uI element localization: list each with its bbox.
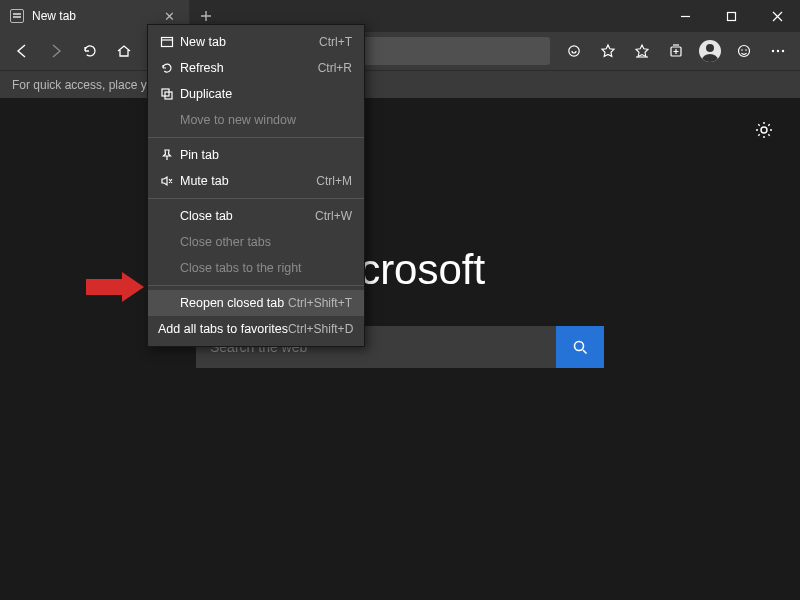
menu-separator: [148, 198, 364, 199]
minimize-button[interactable]: [662, 0, 708, 32]
refresh-button[interactable]: [74, 35, 106, 67]
close-window-button[interactable]: [754, 0, 800, 32]
smiley-icon: [736, 43, 752, 59]
pin-icon: [156, 148, 178, 162]
menu-item-add-all-tabs-to-favorites[interactable]: Add all tabs to favoritesCtrl+Shift+D: [148, 316, 364, 342]
search-icon: [571, 338, 589, 356]
rewards-button[interactable]: [558, 35, 590, 67]
arrow-shaft-icon: [86, 279, 124, 295]
plus-icon: [200, 10, 212, 22]
svg-point-5: [745, 49, 747, 51]
menu-item-shortcut: Ctrl+Shift+D: [288, 322, 353, 336]
svg-point-8: [782, 50, 784, 52]
tab-favicon-icon: [10, 9, 24, 23]
avatar-icon: [699, 40, 721, 62]
svg-point-9: [761, 127, 767, 133]
arrow-head-icon: [122, 272, 144, 302]
refresh-icon: [82, 43, 98, 59]
duplicate-icon: [156, 87, 178, 101]
menu-item-shortcut: Ctrl+W: [315, 209, 352, 223]
menu-item-close-tabs-to-the-right: Close tabs to the right: [148, 255, 364, 281]
star-icon: [600, 43, 616, 59]
collections-button[interactable]: [660, 35, 692, 67]
tab-title: New tab: [32, 9, 76, 23]
svg-point-10: [575, 342, 584, 351]
menu-item-label: Refresh: [178, 61, 318, 75]
window-controls: [662, 0, 800, 32]
more-icon: [770, 43, 786, 59]
menu-item-close-tab[interactable]: Close tabCtrl+W: [148, 203, 364, 229]
menu-item-label: Add all tabs to favorites: [156, 322, 288, 336]
annotation-arrow: [86, 272, 148, 302]
collections-icon: [668, 43, 684, 59]
svg-point-6: [772, 50, 774, 52]
favorite-button[interactable]: [592, 35, 624, 67]
new-tab-page: Microsoft Search the web: [0, 98, 800, 600]
settings-menu-button[interactable]: [762, 35, 794, 67]
mute-icon: [156, 174, 178, 188]
shopping-icon: [566, 43, 582, 59]
svg-point-4: [741, 49, 743, 51]
menu-item-shortcut: Ctrl+M: [316, 174, 352, 188]
menu-item-label: Close tab: [178, 209, 315, 223]
toolbar-right: [558, 35, 794, 67]
forward-arrow-icon: [48, 43, 64, 59]
svg-point-1: [569, 46, 579, 56]
menu-separator: [148, 285, 364, 286]
menu-item-label: New tab: [178, 35, 319, 49]
refresh-icon: [156, 61, 178, 75]
menu-item-close-other-tabs: Close other tabs: [148, 229, 364, 255]
tab-close-button[interactable]: ✕: [160, 7, 179, 26]
home-icon: [116, 43, 132, 59]
favorites-list-button[interactable]: [626, 35, 658, 67]
menu-item-new-tab[interactable]: New tabCtrl+T: [148, 29, 364, 55]
minimize-icon: [680, 11, 691, 22]
menu-item-shortcut: Ctrl+T: [319, 35, 352, 49]
menu-item-label: Close other tabs: [178, 235, 352, 249]
page-settings-button[interactable]: [754, 120, 774, 140]
menu-item-refresh[interactable]: RefreshCtrl+R: [148, 55, 364, 81]
menu-item-shortcut: Ctrl+Shift+T: [288, 296, 352, 310]
profile-button[interactable]: [694, 35, 726, 67]
menu-item-shortcut: Ctrl+R: [318, 61, 352, 75]
menu-item-label: Duplicate: [178, 87, 352, 101]
favorites-bar: For quick access, place your fav: [0, 70, 800, 98]
maximize-icon: [726, 11, 737, 22]
svg-point-7: [777, 50, 779, 52]
menu-item-duplicate[interactable]: Duplicate: [148, 81, 364, 107]
menu-item-label: Pin tab: [178, 148, 352, 162]
toolbar: [0, 32, 800, 70]
title-bar: New tab ✕: [0, 0, 800, 32]
back-button[interactable]: [6, 35, 38, 67]
menu-item-label: Move to new window: [178, 113, 352, 127]
gear-icon: [754, 120, 774, 140]
window-icon: [156, 35, 178, 49]
feedback-button[interactable]: [728, 35, 760, 67]
search-submit-button[interactable]: [556, 326, 604, 368]
star-list-icon: [634, 43, 650, 59]
back-arrow-icon: [14, 43, 30, 59]
home-button[interactable]: [108, 35, 140, 67]
tab-context-menu: New tabCtrl+TRefreshCtrl+RDuplicateMove …: [147, 24, 365, 347]
svg-rect-11: [162, 38, 173, 47]
menu-item-pin-tab[interactable]: Pin tab: [148, 142, 364, 168]
menu-item-move-to-new-window: Move to new window: [148, 107, 364, 133]
menu-item-mute-tab[interactable]: Mute tabCtrl+M: [148, 168, 364, 194]
close-icon: [772, 11, 783, 22]
menu-item-label: Reopen closed tab: [178, 296, 288, 310]
maximize-button[interactable]: [708, 0, 754, 32]
svg-rect-0: [727, 12, 735, 20]
menu-separator: [148, 137, 364, 138]
menu-item-label: Close tabs to the right: [178, 261, 352, 275]
menu-item-label: Mute tab: [178, 174, 316, 188]
menu-item-reopen-closed-tab[interactable]: Reopen closed tabCtrl+Shift+T: [148, 290, 364, 316]
forward-button[interactable]: [40, 35, 72, 67]
